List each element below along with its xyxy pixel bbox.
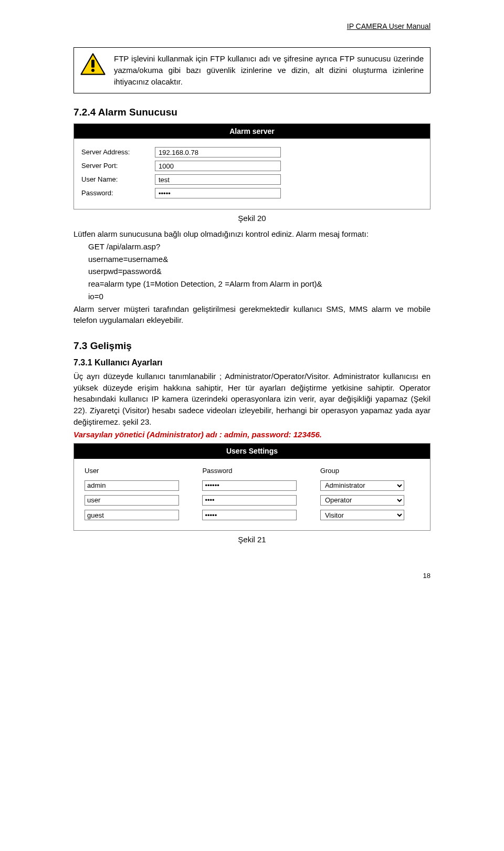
- alarm-body-line-0: Lütfen alarm sunucusuna bağlı olup olmad…: [74, 228, 430, 240]
- alarm-body-line-1: GET /api/alarm.asp?: [74, 241, 430, 253]
- table-row: Operator: [81, 493, 423, 508]
- input-user-2[interactable]: [85, 510, 179, 520]
- users-settings-panel-title: Users Settings: [74, 444, 430, 458]
- label-server-port: Server Port:: [81, 161, 155, 171]
- alarm-server-panel-title: Alarm server: [74, 124, 430, 139]
- row-server-port: Server Port:: [81, 161, 423, 171]
- figure-21-caption: Şekil 21: [74, 534, 430, 545]
- users-settings-panel: Users Settings User Password Group Admin…: [74, 443, 430, 530]
- row-user-name: User Name:: [81, 174, 423, 185]
- label-server-address: Server Address:: [81, 148, 155, 157]
- svg-point-2: [91, 69, 94, 72]
- input-pass-0[interactable]: [202, 480, 297, 491]
- select-group-1[interactable]: Operator: [320, 495, 404, 506]
- select-group-0[interactable]: Administrator: [320, 480, 404, 491]
- input-user-1[interactable]: [85, 495, 179, 506]
- select-group-2[interactable]: Visitor: [320, 510, 404, 520]
- row-server-address: Server Address:: [81, 147, 423, 157]
- input-server-port[interactable]: [155, 161, 281, 171]
- document-header: IP CAMERA User Manual: [74, 21, 430, 31]
- alarm-body-line-3: userpwd=password&: [74, 266, 430, 277]
- callout-text: FTP işlevini kullanmak için FTP kullanıc…: [114, 53, 424, 87]
- svg-rect-1: [91, 60, 94, 68]
- input-pass-2[interactable]: [202, 510, 297, 520]
- th-password: Password: [199, 464, 317, 478]
- row-password: Password:: [81, 188, 423, 198]
- alarm-body-line-2: username=username&: [74, 254, 430, 265]
- table-header-row: User Password Group: [81, 464, 423, 478]
- heading-7-2-4: 7.2.4 Alarm Sunucusu: [74, 105, 430, 120]
- input-user-0[interactable]: [85, 480, 179, 491]
- default-admin-line: Varsayılan yönetici (Administrator) adı …: [74, 429, 430, 440]
- th-user: User: [81, 464, 199, 478]
- alarm-body-line-4: rea=alarm type (1=Motion Detection, 2 =A…: [74, 278, 430, 290]
- alarm-server-panel: Alarm server Server Address: Server Port…: [74, 123, 430, 209]
- label-user-name: User Name:: [81, 175, 155, 185]
- table-row: Administrator: [81, 478, 423, 493]
- heading-7-3-1: 7.3.1 Kullanıcı Ayarları: [74, 356, 430, 369]
- page-number: 18: [74, 571, 430, 581]
- heading-7-3: 7.3 Gelişmiş: [74, 339, 430, 353]
- input-pass-1[interactable]: [202, 495, 297, 506]
- label-password: Password:: [81, 188, 155, 198]
- figure-20-caption: Şekil 20: [74, 213, 430, 224]
- page: IP CAMERA User Manual FTP işlevini kulla…: [37, 0, 467, 602]
- th-group: Group: [317, 464, 423, 478]
- table-row: Visitor: [81, 508, 423, 522]
- user-settings-body: Üç ayrı düzeyde kullanıcı tanımlanabilir…: [74, 371, 430, 428]
- input-password[interactable]: [155, 188, 281, 198]
- ftp-warning-callout: FTP işlevini kullanmak için FTP kullanıc…: [74, 47, 430, 93]
- alarm-body-after: Alarm server müşteri tarafından geliştir…: [74, 303, 430, 327]
- warning-icon: [80, 53, 106, 75]
- alarm-body-line-5: io=0: [74, 291, 430, 302]
- input-server-address[interactable]: [155, 147, 281, 157]
- input-user-name[interactable]: [155, 174, 281, 185]
